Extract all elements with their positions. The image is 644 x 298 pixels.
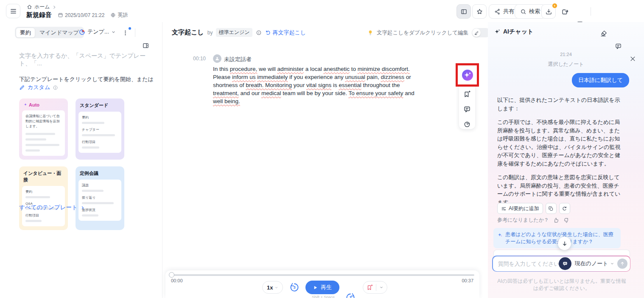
sidebar-menu-button[interactable]	[6, 4, 20, 18]
skip-forward-button[interactable]: 3	[345, 292, 356, 298]
playback-speed-button[interactable]: 1x	[262, 281, 283, 294]
upgrade-badge	[552, 3, 557, 8]
thumbs-down-icon[interactable]	[563, 217, 569, 223]
play-label: 再生	[321, 284, 332, 291]
retranscribe-label: 再文字起こし	[273, 29, 306, 37]
page-title: 新規録音	[26, 11, 52, 19]
all-templates-label: すべてのテンプレート	[19, 204, 78, 211]
note-scope-label: 現在のノート	[575, 260, 608, 267]
template-title: Auto	[29, 102, 39, 107]
panel-more-button[interactable]	[119, 26, 132, 39]
summary-editor-placeholder[interactable]: 文字を入力するか、「スペース」でテンプレート、「...	[19, 52, 155, 67]
transcript-word-flagged: medical	[261, 90, 281, 96]
template-card-interview[interactable]: インタビュー・面接 要約 Q&A 行動項目	[19, 166, 68, 230]
collapse-panel-button[interactable]	[139, 39, 152, 52]
add-bookmark-button[interactable]	[462, 89, 472, 99]
tab-mindmap[interactable]: マインドマップ	[35, 28, 83, 37]
progress-handle[interactable]	[169, 272, 174, 278]
transcript-text[interactable]: In this procedure, we will administer a …	[213, 65, 423, 105]
add-to-summary-button[interactable]: AI要約に追加	[497, 203, 543, 214]
refresh-icon	[265, 30, 271, 36]
play-shortcut-hint: Shift + Space	[312, 295, 335, 298]
scroll-to-bottom-button[interactable]	[558, 237, 571, 250]
app-window: ホーム 新規録音 2025/10/07 21:22 英語 共有	[0, 0, 644, 298]
info-icon[interactable]	[256, 30, 262, 36]
current-time: 00:00	[171, 278, 183, 283]
note-language[interactable]: 英語	[110, 11, 128, 19]
chevron-down-icon[interactable]	[379, 285, 384, 290]
sparkle-icon	[23, 103, 28, 107]
chevron-down-icon	[111, 30, 116, 34]
context-label: 選択したノート	[488, 61, 644, 68]
speaker-avatar[interactable]	[213, 54, 221, 63]
transcript-timestamp[interactable]: 00:10	[193, 56, 206, 62]
transcript-word: and our	[239, 90, 261, 96]
ai-response-paragraph: 以下に、提供されたコンテキストの日本語訳を示します：	[497, 96, 623, 112]
transcript-word: to	[350, 66, 358, 72]
star-icon	[476, 8, 483, 15]
copy-response-button[interactable]	[546, 203, 557, 214]
transcript-word: we will	[257, 66, 277, 72]
chat-history-button[interactable]	[612, 39, 624, 52]
ai-response-paragraph: この翻訳は、原文の意味と意図を忠実に反映しています。局所麻酔の投与、患者の安全性…	[497, 173, 623, 206]
regenerate-button[interactable]	[559, 203, 570, 214]
download-button[interactable]	[541, 4, 556, 19]
transcript-word-flagged: To ensure your safety	[348, 90, 403, 96]
progress-track[interactable]	[171, 274, 474, 276]
breadcrumb-home[interactable]: ホーム	[34, 3, 50, 11]
person-icon	[215, 56, 220, 61]
template-preview: 会議情報に基づいて自動的に補足情報を追加します。	[22, 110, 65, 156]
pie-chart-icon	[463, 121, 471, 128]
engine-badge: 標準エンジン	[216, 28, 252, 37]
edit-hint: 文字起こしをダブルクリックして編集	[377, 29, 468, 37]
lightbulb-icon	[367, 30, 373, 36]
transcript-word-flagged: vital signs	[306, 82, 331, 88]
favorite-button[interactable]	[472, 4, 487, 19]
toolbar-divider	[591, 7, 591, 16]
message-time: 21:24	[488, 52, 644, 57]
suggested-question-chip[interactable]: 患者はどのような症状が発生した場合に、医療チームに知らせる必要がありますか？	[493, 228, 621, 248]
transcript-word-flagged: inform us	[232, 74, 256, 80]
hamburger-icon	[10, 8, 17, 15]
breadcrumb[interactable]: ホーム	[27, 3, 56, 11]
ai-response-paragraph: この手順では、不快感を最小限に抑えるために局所麻酔を投与します。異常な痛み、めま…	[497, 118, 623, 168]
chat-bot-icon	[562, 260, 568, 267]
skip-back-button[interactable]: 3	[289, 282, 300, 292]
chat-input[interactable]	[498, 261, 559, 267]
template-card-regular-meeting[interactable]: 定例会議 議題 振り返り 進捗状況	[76, 166, 124, 230]
export-button[interactable]	[559, 5, 571, 18]
comment-button[interactable]	[462, 104, 472, 114]
transcript-word-flagged: unusual	[345, 74, 365, 80]
home-icon	[27, 4, 32, 10]
thumbs-up-icon[interactable]	[553, 217, 559, 223]
note-scope-selector[interactable]: 現在のノート	[575, 260, 614, 267]
info-icon[interactable]	[53, 85, 58, 90]
transcript-word-flagged: dizziness	[381, 74, 405, 80]
template-card-auto[interactable]: Auto 会議情報に基づいて自動的に補足情報を追加します。	[19, 98, 68, 160]
retranscribe-button[interactable]: 再文字起こし	[265, 29, 306, 37]
all-templates-link[interactable]: すべてのテンプレート	[19, 204, 85, 211]
custom-template-link[interactable]: カスタム	[28, 84, 50, 91]
clear-chat-button[interactable]	[597, 27, 610, 39]
toggle-left-panel-button[interactable]	[456, 4, 471, 19]
template-preview: 議題 振り返り 進捗状況	[78, 180, 121, 221]
template-dropdown-label: テンプ...	[87, 28, 109, 36]
template-title: スタンダード	[80, 102, 121, 109]
clear-chat-icon	[600, 30, 608, 37]
play-button[interactable]: 再生	[305, 281, 339, 294]
refresh-icon	[562, 206, 567, 211]
bookmark-control[interactable]	[363, 281, 387, 294]
pencil-icon	[474, 31, 479, 35]
note-datetime: 2025/10/07 21:22	[58, 12, 104, 18]
analytics-button[interactable]	[462, 119, 472, 129]
speaker-name[interactable]: 未設定話者	[224, 56, 252, 63]
template-item: 進捗状況	[82, 208, 118, 212]
skip-forward-count: 3	[345, 293, 356, 298]
kebab-menu-icon	[122, 30, 129, 36]
template-card-standard[interactable]: スタンダード 要約 チャプター 行動項目	[76, 98, 124, 160]
tab-summary[interactable]: 要約	[16, 28, 35, 38]
template-dropdown[interactable]: テンプ...	[79, 28, 116, 36]
feedback-label: 参考になりましたか？	[497, 216, 549, 224]
send-button[interactable]	[617, 259, 627, 269]
ai-assistant-button[interactable]	[462, 69, 473, 81]
